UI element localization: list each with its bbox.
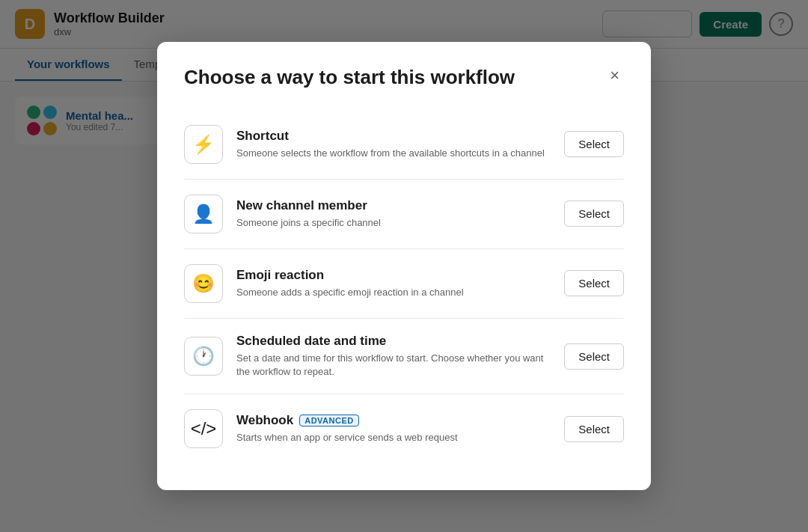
option-text-emoji-reaction: Emoji reactionSomeone adds a specific em… <box>236 268 551 299</box>
select-button-scheduled-date-time[interactable]: Select <box>564 343 624 370</box>
option-row-new-channel-member: 👤New channel memberSomeone joins a speci… <box>184 180 624 249</box>
option-text-shortcut: ShortcutSomeone selects the workflow fro… <box>236 129 551 160</box>
option-row-webhook: </>WebhookADVANCEDStarts when an app or … <box>184 394 624 463</box>
option-desc-webhook: Starts when an app or service sends a we… <box>236 431 551 444</box>
option-desc-new-channel-member: Someone joins a specific channel <box>236 216 551 230</box>
option-icon-shortcut: ⚡ <box>184 125 223 164</box>
option-name-webhook: WebhookADVANCED <box>236 413 551 428</box>
option-name-scheduled-date-time: Scheduled date and time <box>236 334 551 349</box>
option-text-scheduled-date-time: Scheduled date and timeSet a date and ti… <box>236 334 551 379</box>
option-icon-new-channel-member: 👤 <box>184 195 223 233</box>
modal-title: Choose a way to start this workflow <box>184 66 515 89</box>
option-text-webhook: WebhookADVANCEDStarts when an app or ser… <box>236 413 551 444</box>
select-button-webhook[interactable]: Select <box>564 416 624 442</box>
option-desc-emoji-reaction: Someone adds a specific emoji reaction i… <box>236 286 551 299</box>
select-button-shortcut[interactable]: Select <box>564 131 624 157</box>
option-list: ⚡ShortcutSomeone selects the workflow fr… <box>184 110 624 463</box>
close-button[interactable]: × <box>605 66 624 85</box>
option-row-emoji-reaction: 😊Emoji reactionSomeone adds a specific e… <box>184 249 624 319</box>
select-button-emoji-reaction[interactable]: Select <box>564 270 624 296</box>
modal: Choose a way to start this workflow × ⚡S… <box>157 42 651 491</box>
option-name-emoji-reaction: Emoji reaction <box>236 268 551 283</box>
option-name-shortcut: Shortcut <box>236 129 551 144</box>
modal-overlay: Choose a way to start this workflow × ⚡S… <box>0 0 808 532</box>
option-icon-scheduled-date-time: 🕐 <box>184 337 223 376</box>
option-row-shortcut: ⚡ShortcutSomeone selects the workflow fr… <box>184 110 624 180</box>
option-name-new-channel-member: New channel member <box>236 198 551 213</box>
modal-header: Choose a way to start this workflow × <box>184 66 624 89</box>
option-icon-emoji-reaction: 😊 <box>184 264 223 303</box>
option-desc-shortcut: Someone selects the workflow from the av… <box>236 147 551 160</box>
option-text-new-channel-member: New channel memberSomeone joins a specif… <box>236 198 551 230</box>
badge-webhook: ADVANCED <box>299 415 359 426</box>
option-desc-scheduled-date-time: Set a date and time for this workflow to… <box>236 352 551 379</box>
select-button-new-channel-member[interactable]: Select <box>564 201 624 227</box>
option-icon-webhook: </> <box>184 409 223 448</box>
option-row-scheduled-date-time: 🕐Scheduled date and timeSet a date and t… <box>184 319 624 394</box>
